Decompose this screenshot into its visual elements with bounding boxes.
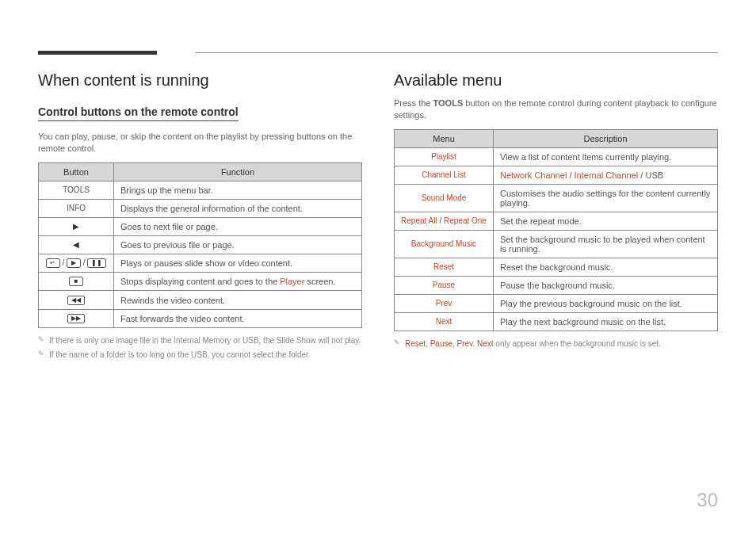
button-table: Button Function TOOLSBrings up the menu … [38,162,362,328]
description-cell: Customises the audio settings for the co… [494,184,718,212]
table-row: ▶▶Fast forwards the video content. [39,309,362,327]
menu-cell: Reset [395,258,494,276]
menu-cell: Sound Mode [395,184,494,212]
button-cell: INFO [39,199,114,217]
table-row: ■Stops displaying content and goes to th… [39,273,362,291]
button-cell: ▶▶ [39,309,114,327]
menu-cell: Repeat All / Repeat One [395,212,494,230]
th-menu: Menu [395,129,494,147]
table-row: INFODisplays the general information of … [39,199,362,217]
menu-table: Menu Description PlaylistView a list of … [394,129,718,331]
menu-cell: Background Music [395,230,494,258]
table-row: Background MusicSet the background music… [395,230,718,258]
menu-cell: Playlist [395,147,494,166]
table-row: ResetReset the background music. [395,258,718,276]
page-number: 30 [697,489,718,511]
table-row: TOOLSBrings up the menu bar. [39,181,362,199]
function-cell: Rewinds the video content. [114,291,362,309]
remote-button-icon: ▶▶ [67,314,85,323]
description-cell: Network Channel / Internal Channel / USB [494,166,718,184]
arrow-icon: ▶ [73,222,79,231]
remote-button-icon: ❚❚ [87,258,106,268]
button-cell: ◀◀ [39,291,114,309]
table-row: PrevPlay the previous background music o… [395,294,718,312]
section-title-right: Available menu [394,71,718,90]
left-column: When content is running Control buttons … [38,48,362,363]
th-function: Function [114,162,362,181]
intro-right: Press the TOOLS button on the remote con… [394,97,718,121]
description-cell: Pause the background music. [494,276,718,294]
th-description: Description [494,129,718,147]
th-button: Button [39,162,114,181]
description-cell: Play the previous background music on th… [494,294,718,312]
description-cell: View a list of content items currently p… [494,147,718,166]
table-row: Channel ListNetwork Channel / Internal C… [395,166,718,184]
button-cell: ■ [39,273,114,291]
table-row: NextPlay the next background music on th… [395,312,718,331]
table-row: PausePause the background music. [395,276,718,294]
remote-button-icon: ◀◀ [67,296,85,305]
section-title-left: When content is running [38,71,362,90]
note: If the name of a folder is too long on t… [38,349,362,361]
description-cell: Set the repeat mode. [494,212,718,230]
menu-cell: Pause [395,276,494,294]
table-row: ▶Goes to next file or page. [39,217,362,235]
description-cell: Play the next background music on the li… [494,312,718,331]
right-column: Available menu Press the TOOLS button on… [394,48,718,363]
menu-cell: Next [395,312,494,331]
intro-left: You can play, pause, or skip the content… [38,131,362,155]
function-cell: Displays the general information of the … [114,199,362,217]
function-cell: Goes to next file or page. [114,217,362,235]
function-cell: Plays or pauses slide show or video cont… [114,254,362,272]
function-cell: Goes to previous file or page. [114,235,362,254]
table-row: Repeat All / Repeat OneSet the repeat mo… [395,212,718,230]
function-cell: Fast forwards the video content. [114,309,362,327]
menu-cell: Prev [395,294,494,312]
button-cell: ◀ [39,235,114,254]
table-row: PlaylistView a list of content items cur… [395,147,718,166]
description-cell: Set the background music to be played wh… [494,230,718,258]
remote-button-icon: ▶ [67,258,81,268]
subsection-title: Control buttons on the remote control [38,105,239,121]
button-cell: TOOLS [39,181,114,199]
table-row: ◀◀Rewinds the video content. [39,291,362,309]
table-row: Sound ModeCustomises the audio settings … [395,184,718,212]
button-cell: ▶ [39,217,114,235]
note: If there is only one image file in the I… [38,334,362,346]
function-cell: Brings up the menu bar. [114,181,362,199]
note: Reset, Pause, Prev, Next only appear whe… [394,338,718,350]
remote-button-icon: ↵ [46,258,60,268]
description-cell: Reset the background music. [494,258,718,276]
arrow-icon: ◀ [73,240,79,249]
remote-button-icon: ■ [69,277,83,286]
function-cell: Stops displaying content and goes to the… [114,273,362,291]
table-row: ◀Goes to previous file or page. [39,235,362,254]
table-row: ↵ / ▶ / ❚❚Plays or pauses slide show or … [39,254,362,272]
button-cell: ↵ / ▶ / ❚❚ [39,254,114,272]
menu-cell: Channel List [395,166,494,184]
